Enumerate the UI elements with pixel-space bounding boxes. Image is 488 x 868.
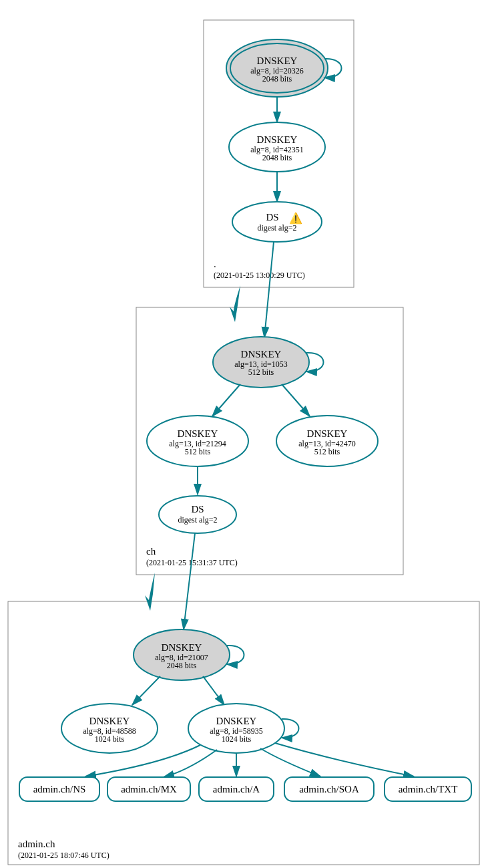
svg-text:DNSKEY: DNSKEY <box>89 716 130 726</box>
zone-ch-name: ch <box>146 546 156 557</box>
zone-admin-name: admin.ch <box>18 839 55 849</box>
svg-text:DNSKEY: DNSKEY <box>307 428 348 439</box>
dnssec-diagram: . (2021-01-25 13:00:29 UTC) DNSKEY alg=8… <box>0 0 488 868</box>
zone-root-ts: (2021-01-25 13:00:29 UTC) <box>214 271 305 280</box>
svg-text:512 bits: 512 bits <box>314 447 340 456</box>
svg-text:512 bits: 512 bits <box>248 368 274 377</box>
svg-text:DS: DS <box>191 504 204 515</box>
edge-ch-ds-admin-ksk <box>184 533 195 629</box>
svg-text:DNSKEY: DNSKEY <box>241 349 282 359</box>
node-admin-ksk: DNSKEY alg=8, id=21007 2048 bits <box>134 629 230 680</box>
node-admin-zsk1: DNSKEY alg=8, id=48588 1024 bits <box>61 704 158 753</box>
svg-text:admin.ch/SOA: admin.ch/SOA <box>299 784 359 794</box>
edge-admin-ksk-zsk2 <box>203 676 224 705</box>
svg-text:512 bits: 512 bits <box>185 447 211 456</box>
svg-text:2048 bits: 2048 bits <box>262 153 292 162</box>
svg-text:DNSKEY: DNSKEY <box>216 716 257 726</box>
node-root-zsk: DNSKEY alg=8, id=42351 2048 bits <box>229 122 325 172</box>
edge-ch-ksk-zsk2 <box>282 384 310 416</box>
svg-text:2048 bits: 2048 bits <box>167 661 197 670</box>
rrset-a: admin.ch/A <box>199 777 274 801</box>
edge-root-to-ch-thick <box>230 285 240 322</box>
svg-text:admin.ch/TXT: admin.ch/TXT <box>399 784 458 794</box>
svg-text:1024 bits: 1024 bits <box>95 734 125 744</box>
node-root-ds: DS ⚠️ digest alg=2 <box>232 202 322 242</box>
node-root-ksk: DNSKEY alg=8, id=20326 2048 bits <box>226 39 328 97</box>
svg-text:DS: DS <box>266 212 278 223</box>
rrset-mx: admin.ch/MX <box>107 777 190 801</box>
zone-root-name: . <box>214 259 216 269</box>
rrset-soa: admin.ch/SOA <box>284 777 374 801</box>
svg-text:digest alg=2: digest alg=2 <box>257 223 296 233</box>
rrset-ns: admin.ch/NS <box>19 777 99 801</box>
svg-text:admin.ch/A: admin.ch/A <box>213 784 260 794</box>
node-ch-zsk1: DNSKEY alg=13, id=21294 512 bits <box>147 416 248 466</box>
edge-to-mx <box>164 750 217 777</box>
svg-text:DNSKEY: DNSKEY <box>257 55 298 66</box>
svg-text:DNSKEY: DNSKEY <box>162 642 202 653</box>
svg-text:admin.ch/NS: admin.ch/NS <box>33 784 86 794</box>
svg-text:admin.ch/MX: admin.ch/MX <box>121 784 177 794</box>
edge-admin-ksk-zsk1 <box>132 676 160 705</box>
node-ch-zsk2: DNSKEY alg=13, id=42470 512 bits <box>276 416 378 466</box>
svg-text:digest alg=2: digest alg=2 <box>178 515 217 525</box>
zone-admin-ts: (2021-01-25 18:07:46 UTC) <box>18 851 109 860</box>
node-admin-zsk2: DNSKEY alg=8, id=58935 1024 bits <box>188 704 284 753</box>
node-ch-ksk: DNSKEY alg=13, id=1053 512 bits <box>213 337 309 388</box>
svg-text:1024 bits: 1024 bits <box>222 734 252 744</box>
rrset-txt: admin.ch/TXT <box>385 777 471 801</box>
edge-ch-ksk-zsk1 <box>212 384 240 416</box>
svg-text:DNSKEY: DNSKEY <box>178 428 218 439</box>
svg-text:DNSKEY: DNSKEY <box>257 134 298 145</box>
edge-root-ds-ch-ksk <box>264 242 274 337</box>
svg-point-24 <box>159 496 236 533</box>
svg-text:2048 bits: 2048 bits <box>262 74 292 84</box>
node-ch-ds: DS digest alg=2 <box>159 496 236 533</box>
edge-ch-to-admin-thick <box>145 573 155 611</box>
edge-to-txt <box>275 743 414 776</box>
